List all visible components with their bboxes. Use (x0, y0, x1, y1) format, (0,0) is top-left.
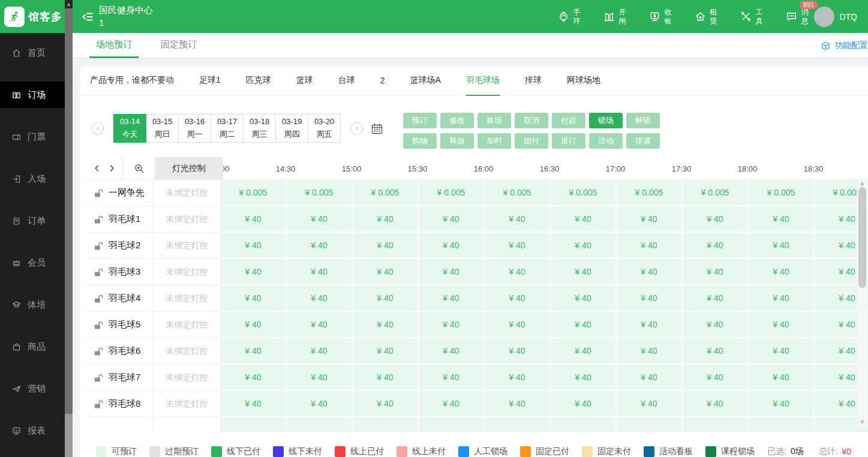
slot-cell[interactable]: ¥ 0.005 (551, 180, 617, 206)
slot-cell[interactable]: ¥ 40 (683, 312, 749, 338)
booking-action-button[interactable]: 锁场 (589, 113, 623, 128)
date-box[interactable]: 03-20 周五 (308, 114, 341, 143)
slot-cell[interactable]: ¥ 40 (419, 285, 485, 312)
slot-cell[interactable]: ¥ 0.005 (419, 180, 485, 206)
slot-cell[interactable]: ¥ 40 (617, 391, 683, 417)
slot-cell[interactable]: ¥ 40 (551, 312, 617, 338)
slot-cell[interactable]: ¥ 40 (617, 338, 683, 365)
venue-type-tab[interactable]: 篮球 (296, 66, 313, 96)
unlock-icon[interactable] (94, 320, 103, 330)
header-action[interactable]: 租赁 (694, 8, 717, 25)
date-box[interactable]: 03-17 周二 (211, 114, 244, 143)
slot-cell[interactable]: ¥ 40 (419, 365, 485, 391)
slot-cell[interactable]: ¥ 40 (221, 233, 287, 259)
slot-cell[interactable]: ¥ 40 (617, 206, 683, 233)
unlock-icon[interactable] (94, 399, 103, 409)
venue-type-tab[interactable]: 产品专用，谁都不要动 (90, 66, 174, 96)
slot-cell[interactable]: ¥ 40 (485, 233, 551, 259)
zoom-in-icon[interactable] (134, 163, 145, 174)
venue-type-tab[interactable]: 篮球场A (410, 66, 441, 96)
slot-cell[interactable]: ¥ 0.005 (749, 180, 815, 206)
slot-cell[interactable]: ¥ 40 (221, 312, 287, 338)
slot-cell[interactable]: ¥ 40 (287, 365, 353, 391)
sidebar-item[interactable]: 营销 (0, 375, 65, 402)
date-box[interactable]: 03-15 周日 (146, 114, 179, 143)
header-action[interactable]: 工具 (740, 8, 762, 25)
venue-type-tab[interactable]: 足球1 (199, 66, 221, 96)
booking-action-button[interactable]: 换场 (477, 113, 511, 128)
unlock-icon[interactable] (94, 241, 103, 251)
slot-cell[interactable]: ¥ 40 (221, 206, 287, 233)
booking-action-button[interactable]: 活动 (589, 133, 623, 149)
slot-cell[interactable]: ¥ 40 (749, 338, 815, 365)
unlock-icon[interactable] (94, 215, 103, 224)
sidebar-item[interactable]: 体培 (0, 291, 65, 318)
slot-cell[interactable]: ¥ 40 (683, 365, 749, 391)
grid-scrollbar[interactable]: ∧ ∨ (857, 180, 867, 427)
unlock-icon[interactable] (94, 373, 103, 383)
prev-week-button[interactable] (91, 122, 104, 135)
slot-cell[interactable] (485, 417, 551, 432)
scroll-up-icon[interactable]: ▲ (65, 1, 73, 8)
slot-cell[interactable]: ¥ 40 (353, 365, 419, 391)
slot-cell[interactable]: ¥ 0.005 (353, 180, 419, 206)
slot-cell[interactable]: ¥ 40 (551, 259, 617, 285)
user-area[interactable]: DTQ (814, 7, 857, 27)
slot-cell[interactable]: ¥ 40 (749, 365, 815, 391)
slot-cell[interactable]: ¥ 40 (287, 259, 353, 285)
sidebar-item[interactable]: 会员 (0, 249, 65, 276)
sidebar-scrollbar-thumb[interactable] (65, 8, 73, 414)
slot-cell[interactable]: ¥ 40 (485, 391, 551, 417)
sidebar-item[interactable]: 商品 (0, 333, 65, 360)
venue-type-tab[interactable]: 2 (380, 66, 385, 96)
slot-cell[interactable]: ¥ 40 (617, 365, 683, 391)
slot-cell[interactable] (353, 417, 419, 432)
slot-cell[interactable]: ¥ 40 (419, 259, 485, 285)
slot-cell[interactable]: ¥ 40 (485, 206, 551, 233)
slot-cell[interactable]: ¥ 40 (485, 338, 551, 365)
slot-cell[interactable] (749, 417, 815, 432)
slot-cell[interactable]: ¥ 40 (617, 312, 683, 338)
sidebar-scrollbar-end[interactable] (65, 414, 73, 457)
slot-cell[interactable]: ¥ 40 (353, 259, 419, 285)
booking-action-button[interactable]: 团付 (515, 133, 548, 149)
date-box[interactable]: 03-19 周四 (275, 114, 308, 143)
grid-scroll-down-icon[interactable]: ∨ (857, 417, 867, 426)
slot-cell[interactable]: ¥ 40 (485, 312, 551, 338)
slot-cell[interactable]: ¥ 40 (551, 285, 617, 312)
collapse-sidebar-icon[interactable] (81, 10, 94, 23)
slot-cell[interactable]: ¥ 0.005 (683, 180, 749, 206)
venue-type-tab[interactable]: 排球 (525, 66, 542, 96)
slot-cell[interactable]: ¥ 40 (287, 338, 353, 365)
slot-cell[interactable]: ¥ 40 (617, 259, 683, 285)
slot-cell[interactable]: ¥ 40 (353, 391, 419, 417)
unlock-icon[interactable] (94, 294, 103, 303)
slot-cell[interactable]: ¥ 40 (419, 233, 485, 259)
slot-cell[interactable]: ¥ 40 (551, 206, 617, 233)
slot-cell[interactable]: ¥ 40 (419, 312, 485, 338)
venue-type-tab[interactable]: 台球 (338, 66, 355, 96)
slot-cell[interactable]: ¥ 0.005 (221, 180, 287, 206)
slot-cell[interactable]: ¥ 40 (419, 391, 485, 417)
sidebar-scrollbar[interactable]: ▲ (65, 0, 73, 457)
slot-cell[interactable]: ¥ 40 (221, 391, 287, 417)
grid-scrollbar-thumb[interactable] (858, 187, 866, 288)
slot-cell[interactable]: ¥ 40 (617, 285, 683, 312)
slot-cell[interactable]: ¥ 40 (287, 391, 353, 417)
avatar[interactable] (814, 7, 834, 27)
slot-cell[interactable] (419, 417, 485, 432)
slot-cell[interactable]: ¥ 40 (287, 233, 353, 259)
booking-action-button[interactable]: 预订 (403, 113, 437, 128)
feature-config-link[interactable]: 功能配置 (821, 33, 868, 58)
booking-action-button[interactable]: 取消 (515, 113, 548, 128)
slot-cell[interactable]: ¥ 40 (419, 206, 485, 233)
slot-cell[interactable]: ¥ 40 (749, 312, 815, 338)
booking-action-button[interactable]: 付款 (552, 113, 585, 128)
booking-action-button[interactable]: 修改 (440, 113, 474, 128)
scroll-right-icon[interactable] (107, 164, 116, 173)
booking-action-button[interactable]: 释放 (440, 133, 474, 149)
venue-type-tab[interactable]: 匹克球 (246, 66, 271, 96)
slot-cell[interactable] (221, 417, 287, 432)
sidebar-item[interactable]: 订场 (0, 82, 65, 108)
slot-cell[interactable]: ¥ 40 (287, 206, 353, 233)
